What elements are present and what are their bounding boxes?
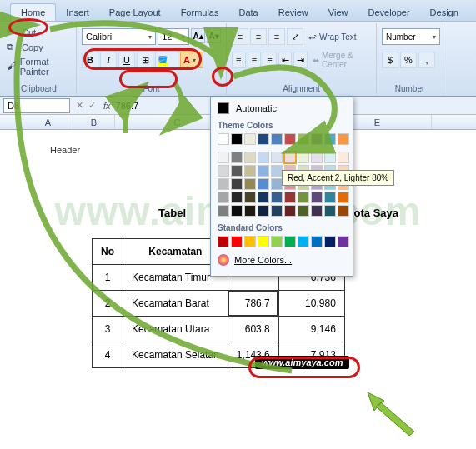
color-swatch[interactable]	[244, 152, 256, 163]
name-box[interactable]: D8	[3, 98, 70, 113]
color-swatch[interactable]	[298, 133, 309, 145]
tab-review[interactable]: Review	[268, 4, 318, 21]
color-swatch[interactable]	[218, 192, 229, 203]
automatic-color-button[interactable]: Automatic	[211, 97, 353, 119]
color-swatch[interactable]	[284, 133, 296, 145]
color-swatch[interactable]	[231, 205, 243, 217]
tab-page-layout[interactable]: Page Layout	[99, 4, 171, 21]
percent-button[interactable]: %	[400, 52, 417, 68]
more-colors-button[interactable]: More Colors...	[211, 249, 353, 271]
cancel-icon[interactable]: ✕	[76, 100, 83, 111]
color-swatch[interactable]	[338, 236, 349, 247]
color-swatch[interactable]	[258, 192, 269, 203]
color-swatch[interactable]	[324, 205, 336, 217]
color-swatch[interactable]	[258, 165, 269, 177]
color-swatch[interactable]	[244, 192, 256, 203]
cell-val[interactable]: 603.8	[228, 317, 278, 342]
color-swatch[interactable]	[338, 192, 349, 203]
color-swatch[interactable]	[311, 205, 323, 217]
color-swatch[interactable]	[311, 192, 323, 203]
color-swatch[interactable]	[271, 192, 283, 203]
comma-button[interactable]: ,	[418, 52, 435, 68]
align-top-button[interactable]: ≡	[232, 28, 248, 45]
color-swatch[interactable]	[311, 152, 323, 163]
italic-button[interactable]: I	[100, 52, 117, 68]
th-no[interactable]: No	[93, 239, 123, 265]
color-swatch[interactable]	[298, 152, 309, 163]
fill-color-button[interactable]: 🪣	[155, 52, 178, 68]
font-size-select[interactable]: 12▾	[158, 28, 189, 45]
color-swatch[interactable]	[284, 192, 296, 203]
align-middle-button[interactable]: ≡	[250, 28, 267, 45]
color-swatch[interactable]	[218, 236, 229, 247]
color-swatch[interactable]	[231, 152, 243, 163]
color-swatch[interactable]	[218, 152, 229, 163]
color-swatch[interactable]	[258, 178, 269, 190]
color-swatch[interactable]	[218, 205, 229, 217]
shrink-font-button[interactable]: A▾	[207, 28, 221, 43]
color-swatch[interactable]	[244, 178, 256, 190]
tab-data[interactable]: Data	[228, 4, 268, 21]
color-swatch[interactable]	[324, 133, 336, 145]
wrap-text-button[interactable]: ⮐Wrap Text	[305, 28, 360, 45]
color-swatch[interactable]	[231, 192, 243, 203]
color-swatch[interactable]	[338, 152, 349, 163]
color-swatch[interactable]	[284, 236, 296, 247]
orientation-button[interactable]: ⤢	[287, 28, 303, 45]
tab-design[interactable]: Design	[420, 4, 468, 21]
tab-insert[interactable]: Insert	[56, 4, 99, 21]
grow-font-button[interactable]: A▴	[191, 28, 205, 43]
color-swatch[interactable]	[324, 152, 336, 163]
color-swatch[interactable]	[231, 236, 243, 247]
underline-button[interactable]: U	[118, 52, 135, 68]
cell-no[interactable]: 2	[93, 291, 123, 317]
indent-dec-button[interactable]: ⇤	[278, 52, 293, 68]
cell-kec[interactable]: Kecamatan Selatan	[123, 342, 228, 368]
cell-kec[interactable]: Kecamatan Barat	[123, 291, 228, 317]
color-swatch[interactable]	[244, 205, 256, 217]
border-button[interactable]: ⊞	[137, 52, 153, 68]
color-swatch[interactable]	[298, 205, 309, 217]
color-swatch[interactable]	[231, 178, 243, 190]
color-swatch[interactable]	[324, 236, 336, 247]
cell-no[interactable]: 3	[93, 317, 123, 342]
col-header-b[interactable]: B	[73, 115, 115, 129]
color-swatch[interactable]	[218, 165, 229, 177]
tab-formulas[interactable]: Formulas	[171, 4, 229, 21]
color-swatch[interactable]	[218, 178, 229, 190]
color-swatch[interactable]	[258, 152, 269, 163]
color-swatch[interactable]	[311, 133, 323, 145]
color-swatch[interactable]	[244, 133, 256, 145]
cell-pop[interactable]: 10,980	[278, 291, 344, 317]
indent-inc-button[interactable]: ⇥	[293, 52, 308, 68]
format-painter-button[interactable]: 🖌Format Painter	[7, 55, 71, 78]
number-format-select[interactable]: Number▾	[382, 28, 440, 45]
align-left-button[interactable]: ≡	[232, 52, 246, 68]
color-swatch[interactable]	[284, 152, 296, 163]
bold-button[interactable]: B	[82, 52, 98, 68]
fx-icon[interactable]: fx	[103, 101, 111, 111]
color-swatch[interactable]	[324, 192, 336, 203]
color-swatch[interactable]	[298, 236, 309, 247]
font-color-button[interactable]: A▾	[180, 52, 203, 68]
color-swatch[interactable]	[258, 205, 269, 217]
cell-kec[interactable]: Kecamatan Utara	[123, 317, 228, 342]
color-swatch[interactable]	[311, 236, 323, 247]
tab-view[interactable]: View	[318, 4, 358, 21]
color-swatch[interactable]	[271, 133, 283, 145]
color-swatch[interactable]	[284, 205, 296, 217]
color-swatch[interactable]	[271, 236, 283, 247]
color-swatch[interactable]	[271, 205, 283, 217]
col-header-a[interactable]: A	[23, 115, 73, 129]
align-right-button[interactable]: ≡	[263, 52, 277, 68]
align-bottom-button[interactable]: ≡	[268, 28, 285, 45]
cell-no[interactable]: 1	[93, 265, 123, 291]
cell-no[interactable]: 4	[93, 342, 123, 368]
color-swatch[interactable]	[271, 165, 283, 177]
color-swatch[interactable]	[298, 192, 309, 203]
color-swatch[interactable]	[258, 236, 269, 247]
color-swatch[interactable]	[271, 178, 283, 190]
cell-val[interactable]: 786.7	[228, 291, 278, 317]
copy-button[interactable]: ⧉Copy	[7, 40, 71, 55]
color-swatch[interactable]	[338, 205, 349, 217]
